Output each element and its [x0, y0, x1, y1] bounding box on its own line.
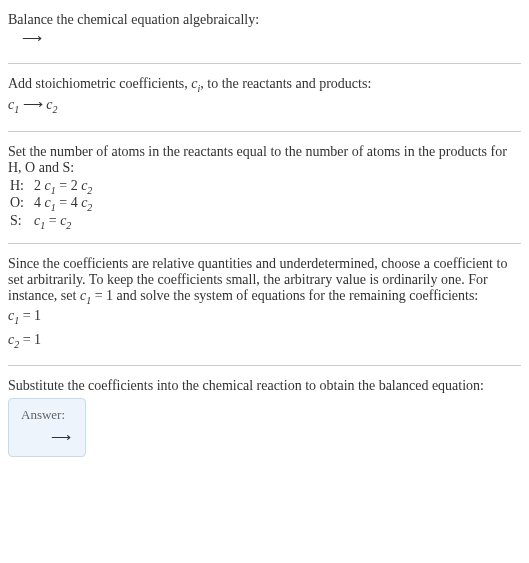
atom-expr: 4 c1 = 4 c2: [34, 195, 92, 213]
atom-label: O:: [8, 195, 34, 211]
atom-row: H: 2 c1 = 2 c2: [8, 178, 521, 196]
atom-row: O: 4 c1 = 4 c2: [8, 195, 521, 213]
lhs-coef: 2: [34, 178, 45, 193]
answer-arrow: ⟶: [21, 429, 73, 446]
stoich-title-part1: Add stoichiometric coefficients,: [8, 76, 191, 91]
atom-label: S:: [8, 213, 34, 229]
answer-box: Answer: ⟶: [8, 398, 86, 457]
atoms-title: Set the number of atoms in the reactants…: [8, 144, 521, 176]
balance-arrow: ⟶: [8, 28, 521, 51]
rhs-coef: 4: [71, 195, 82, 210]
atom-expr: 2 c1 = 2 c2: [34, 178, 92, 196]
eq-sign: =: [56, 195, 71, 210]
lhs-coef: 4: [34, 195, 45, 210]
rhs-coef: 2: [71, 178, 82, 193]
stoich-title-part2: , to the reactants and products:: [200, 76, 371, 91]
rhs-sub: 2: [87, 184, 92, 195]
divider: [8, 243, 521, 244]
divider: [8, 63, 521, 64]
divider: [8, 131, 521, 132]
section-solve: Since the coefficients are relative quan…: [8, 248, 521, 361]
atom-expr: c1 = c2: [34, 213, 71, 231]
section-stoich: Add stoichiometric coefficients, ci, to …: [8, 68, 521, 127]
atoms-equations: H: 2 c1 = 2 c2 O: 4 c1 = 4 c2 S: c1 = c2: [8, 178, 521, 231]
eq-sign: =: [56, 178, 71, 193]
substitute-title: Substitute the coefficients into the che…: [8, 378, 521, 394]
solve-line1-rest: = 1: [19, 308, 41, 323]
section-atoms: Set the number of atoms in the reactants…: [8, 136, 521, 239]
solve-title-part2: = 1 and solve the system of equations fo…: [91, 288, 478, 303]
stoich-arrow: ⟶: [19, 97, 46, 112]
section-substitute: Substitute the coefficients into the che…: [8, 370, 521, 465]
stoich-expression: c1 ⟶ c2: [8, 94, 521, 119]
atom-label: H:: [8, 178, 34, 194]
divider: [8, 365, 521, 366]
answer-label: Answer:: [21, 407, 73, 423]
section-balance: Balance the chemical equation algebraica…: [8, 4, 521, 59]
rhs-sub: 2: [66, 220, 71, 231]
atom-row: S: c1 = c2: [8, 213, 521, 231]
solve-line1: c1 = 1: [8, 306, 521, 330]
balance-title: Balance the chemical equation algebraica…: [8, 12, 521, 28]
solve-line2-rest: = 1: [19, 332, 41, 347]
stoich-c2-sub: 2: [52, 104, 57, 115]
rhs-sub: 2: [87, 202, 92, 213]
solve-title: Since the coefficients are relative quan…: [8, 256, 521, 306]
solve-line2: c2 = 1: [8, 330, 521, 354]
stoich-title: Add stoichiometric coefficients, ci, to …: [8, 76, 521, 94]
eq-sign: =: [45, 213, 60, 228]
